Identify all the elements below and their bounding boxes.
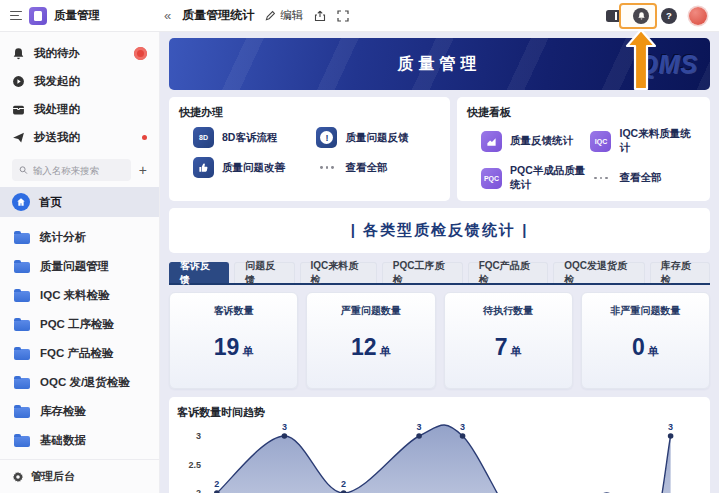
quick-board-title: 快捷看板 xyxy=(467,105,700,120)
sidebar-folder-quality-issues[interactable]: 质量问题管理 xyxy=(0,252,159,281)
send-icon xyxy=(12,131,25,144)
more-icon xyxy=(590,177,611,180)
sidebar-item-cc-to-me[interactable]: 抄送我的 xyxy=(0,123,159,151)
collapse-icon[interactable]: « xyxy=(164,9,171,22)
app-title: 质量管理 xyxy=(54,8,100,23)
svg-text:3: 3 xyxy=(668,422,673,432)
help-icon[interactable]: ? xyxy=(661,8,677,24)
cc-red-dot xyxy=(142,135,147,140)
badge-pqc-icon: PQC xyxy=(481,168,502,189)
app-header: 质量管理 xyxy=(0,7,160,25)
stat-value: 19 xyxy=(214,334,240,361)
feedback-icon: ! xyxy=(316,127,337,148)
folder-icon xyxy=(14,262,30,273)
quick-item-iqc-stats[interactable]: IQC IQC来料质量统计 xyxy=(590,127,700,155)
banner-title: 质量管理 xyxy=(169,54,710,75)
banner: 质量管理 QMS xyxy=(169,38,710,90)
stat-card-complaints: 客诉数量 19单 xyxy=(169,292,298,389)
sidebar-folder-inventory[interactable]: 库存检验 xyxy=(0,397,159,426)
quick-item-issue-feedback[interactable]: ! 质量问题反馈 xyxy=(316,127,440,148)
chart-title: 客诉数量时间趋势 xyxy=(177,405,702,420)
sidebar-folder-oqc[interactable]: OQC 发/退货检验 xyxy=(0,368,159,397)
play-circle-icon xyxy=(12,75,25,88)
stat-value: 0 xyxy=(632,334,645,361)
tab-pqc[interactable]: PQC工序质检 xyxy=(382,262,463,283)
quick-item-pqc-stats[interactable]: PQC PQC半成品质量统计 xyxy=(481,164,591,192)
menu-icon[interactable] xyxy=(10,11,22,21)
svg-text:3: 3 xyxy=(460,422,465,432)
admin-console-button[interactable]: 管理后台 xyxy=(0,459,159,493)
section-title: | 各类型质检反馈统计 | xyxy=(351,221,529,240)
folder-icon xyxy=(14,291,30,302)
stat-value: 12 xyxy=(351,334,377,361)
sidebar-folder-fqc[interactable]: FQC 产品检验 xyxy=(0,339,159,368)
fullscreen-icon[interactable] xyxy=(337,10,349,22)
home-icon xyxy=(12,193,30,211)
sidebar-item-handled-by-me[interactable]: 我处理的 xyxy=(0,95,159,123)
sidebar-item-home[interactable]: 首页 xyxy=(0,187,159,217)
sidebar-folder-statistics[interactable]: 统计分析 xyxy=(0,223,159,252)
panel-toggle-icon[interactable] xyxy=(606,10,621,22)
svg-text:2: 2 xyxy=(214,479,219,489)
sidebar-folder-iqc[interactable]: IQC 来料检验 xyxy=(0,281,159,310)
edit-button[interactable]: 编辑 xyxy=(265,8,303,23)
share-icon[interactable] xyxy=(314,10,326,22)
tab-customer-complaint[interactable]: 客诉反馈 xyxy=(169,262,229,283)
search-box xyxy=(12,159,131,181)
section-header: | 各类型质检反馈统计 | xyxy=(169,208,710,253)
trend-chart-card: 客诉数量时间趋势 32.521.5232333 xyxy=(169,397,710,493)
svg-text:2.5: 2.5 xyxy=(188,460,201,470)
stat-cards: 客诉数量 19单 严重问题数量 12单 待执行数量 7单 非严重问题数量 0单 xyxy=(169,292,710,389)
handled-icon xyxy=(12,103,25,116)
notification-icon[interactable] xyxy=(633,8,649,24)
tab-oqc[interactable]: OQC发退货质检 xyxy=(553,262,645,283)
sidebar-item-my-todos[interactable]: 我的待办 xyxy=(0,39,159,67)
tab-inventory[interactable]: 库存质检 xyxy=(650,262,710,283)
sidebar-folder-pqc[interactable]: PQC 工序检验 xyxy=(0,310,159,339)
svg-text:3: 3 xyxy=(282,422,287,432)
sidebar: 我的待办 我发起的 我处理的 抄送我的 + xyxy=(0,32,160,493)
todo-badge xyxy=(134,47,147,60)
quick-item-view-all-handle[interactable]: 查看全部 xyxy=(316,157,440,178)
page-title: 质量管理统计 xyxy=(182,7,254,24)
quick-item-8d-complaint[interactable]: 8D 8D客诉流程 xyxy=(193,127,316,148)
svg-text:2: 2 xyxy=(196,488,201,493)
tab-fqc[interactable]: FQC产品质检 xyxy=(468,262,548,283)
app-window: 质量管理 « 质量管理统计 编辑 ? xyxy=(0,0,719,493)
quick-item-issue-improve[interactable]: 质量问题改善 xyxy=(193,157,316,178)
pencil-icon xyxy=(265,10,276,21)
more-icon xyxy=(316,166,337,169)
folder-icon xyxy=(14,233,30,244)
badge-iqc-icon: IQC xyxy=(590,131,611,152)
add-icon[interactable]: + xyxy=(139,163,147,177)
svg-text:3: 3 xyxy=(417,422,422,432)
sidebar-search-row: + xyxy=(0,151,159,187)
stat-value: 7 xyxy=(495,334,508,361)
folder-icon xyxy=(14,378,30,389)
page-controls: « 质量管理统计 编辑 xyxy=(160,7,349,24)
quick-item-view-all-board[interactable]: 查看全部 xyxy=(590,164,700,192)
quick-board-card: 快捷看板 质量反馈统计 IQC IQC来料质量统计 xyxy=(457,97,710,201)
tab-iqc[interactable]: IQC来料质检 xyxy=(300,262,377,283)
area-chart-icon xyxy=(481,131,502,152)
svg-text:3: 3 xyxy=(196,431,201,441)
stat-card-serious: 严重问题数量 12单 xyxy=(306,292,435,389)
folder-icon xyxy=(14,407,30,418)
thumbs-up-icon xyxy=(193,157,214,178)
sidebar-folder-base-data[interactable]: 基础数据 xyxy=(0,426,159,455)
stat-card-pending: 待执行数量 7单 xyxy=(444,292,573,389)
folder-icon xyxy=(14,349,30,360)
badge-8d-icon: 8D xyxy=(193,127,214,148)
bell-icon xyxy=(12,47,25,60)
tab-issue-feedback[interactable]: 问题反馈 xyxy=(234,262,294,283)
avatar[interactable] xyxy=(689,7,707,25)
search-icon xyxy=(19,165,28,175)
quick-item-feedback-stats[interactable]: 质量反馈统计 xyxy=(481,127,591,155)
stat-card-nonserious: 非严重问题数量 0单 xyxy=(581,292,710,389)
topbar: 质量管理 « 质量管理统计 编辑 ? xyxy=(0,0,719,32)
search-input[interactable] xyxy=(33,165,124,176)
quick-handle-card: 快捷办理 8D 8D客诉流程 ! 质量问题反馈 xyxy=(169,97,450,201)
qc-type-tabs: 客诉反馈 问题反馈 IQC来料质检 PQC工序质检 FQC产品质检 OQC发退货… xyxy=(169,262,710,285)
sidebar-item-initiated-by-me[interactable]: 我发起的 xyxy=(0,67,159,95)
qms-watermark: QMS xyxy=(638,50,698,79)
